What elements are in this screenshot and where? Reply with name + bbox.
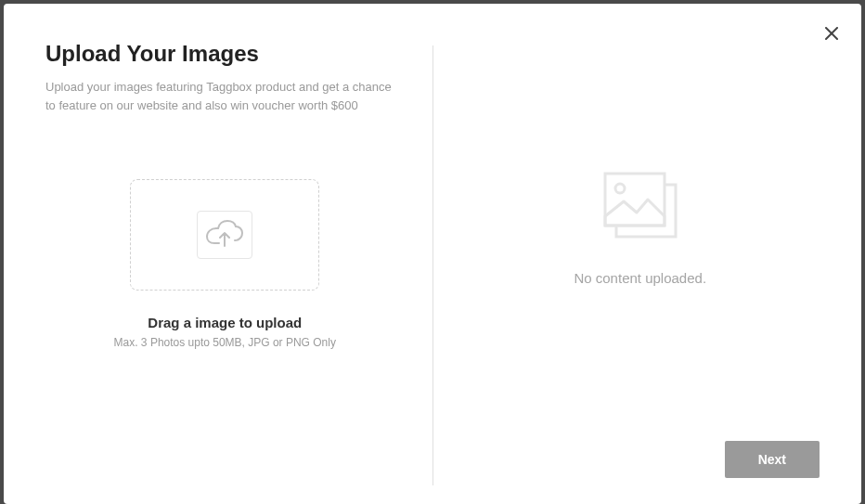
empty-state: No content uploaded. <box>574 166 706 286</box>
next-button[interactable]: Next <box>725 441 820 478</box>
empty-state-label: No content uploaded. <box>574 270 706 286</box>
svg-rect-3 <box>605 174 665 226</box>
upload-icon-container <box>197 211 252 259</box>
modal-content: Upload Your Images Upload your images fe… <box>4 4 861 504</box>
close-icon <box>825 27 838 40</box>
dropzone-constraints: Max. 3 Photos upto 50MB, JPG or PNG Only <box>114 336 336 349</box>
modal-subtitle: Upload your images featuring Taggbox pro… <box>45 78 405 114</box>
upload-panel: Upload Your Images Upload your images fe… <box>45 41 432 485</box>
modal-title: Upload Your Images <box>45 41 405 67</box>
cloud-upload-icon <box>205 220 244 250</box>
empty-gallery-icon <box>594 166 687 250</box>
file-dropzone[interactable] <box>130 179 319 291</box>
modal-footer: Next <box>725 441 820 478</box>
dropzone-section: Drag a image to upload Max. 3 Photos upt… <box>45 179 405 349</box>
close-button[interactable] <box>822 24 841 43</box>
upload-modal: Upload Your Images Upload your images fe… <box>4 4 861 504</box>
dropzone-label: Drag a image to upload <box>148 315 302 330</box>
preview-panel: No content uploaded. <box>433 41 820 485</box>
